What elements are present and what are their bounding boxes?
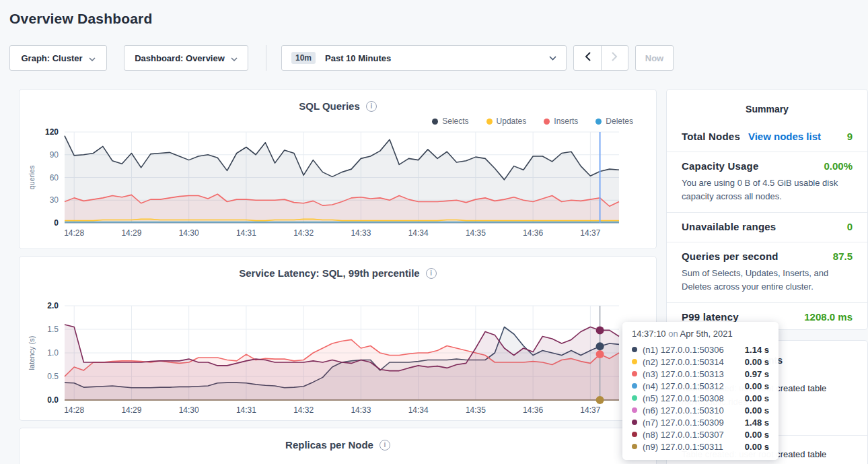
replicas-title: Replicas per Node	[285, 439, 373, 451]
y-tick-label: 90	[50, 150, 59, 160]
legend-dot-icon	[544, 119, 550, 125]
dashboard-dropdown[interactable]: Dashboard: Overview	[124, 45, 248, 71]
y-tick-label: 30	[50, 195, 59, 205]
summary-label: Total Nodes	[682, 131, 740, 142]
info-icon[interactable]: i	[426, 268, 437, 279]
legend-item: Inserts	[544, 117, 578, 125]
tooltip-node-value: 0.97 s	[745, 369, 769, 379]
node-color-dot-icon	[632, 420, 637, 425]
summary-value: 0	[847, 221, 853, 232]
node-color-dot-icon	[632, 444, 637, 449]
node-color-dot-icon	[632, 347, 637, 352]
y-tick-label: 60	[50, 173, 59, 183]
tooltip-node-label: (n9) 127.0.0.1:50311	[643, 442, 723, 452]
service-latency-chart[interactable]: 14:2814:2914:3014:3114:3214:3314:3414:35…	[20, 299, 657, 420]
x-tick-label: 14:29	[121, 228, 141, 238]
tooltip-node-row: (n2) 127.0.0.1:503140.00 s	[632, 356, 769, 368]
tooltip-node-row: (n9) 127.0.0.1:503110.00 s	[632, 440, 769, 453]
time-range-label: Past 10 Minutes	[325, 53, 391, 63]
x-tick-label: 14:33	[351, 405, 371, 415]
summary-value: 0.00%	[824, 160, 853, 172]
x-tick-label: 14:30	[179, 405, 199, 415]
x-tick-label: 14:31	[236, 405, 256, 415]
tooltip-node-value: 0.00 s	[745, 430, 769, 440]
legend-dot-icon	[595, 119, 602, 125]
tooltip-node-label: (n3) 127.0.0.1:50313	[643, 369, 724, 379]
info-icon[interactable]: i	[379, 440, 390, 451]
now-button[interactable]: Now	[635, 45, 674, 71]
charts-column: SQL Queries i SelectsUpdatesInsertsDelet…	[19, 89, 657, 464]
tooltip-node-row: (n3) 127.0.0.1:503130.97 s	[632, 368, 769, 380]
y-tick-label: 120	[45, 127, 59, 137]
y-tick-label: 2.0	[47, 301, 59, 310]
tooltip-node-row: (n6) 127.0.0.1:503100.00 s	[632, 404, 769, 416]
tooltip-node-row: (n4) 127.0.0.1:503120.00 s	[632, 380, 769, 392]
summary-section: Capacity Usage0.00%You are using 0 B of …	[667, 152, 867, 212]
y-tick-label: 0	[54, 218, 59, 228]
sql-queries-chart[interactable]: 14:2814:2914:3014:3114:3214:3314:3414:35…	[20, 127, 657, 242]
tooltip-node-value: 1.48 s	[745, 418, 769, 428]
service-latency-title: Service Latency: SQL, 99th percentile	[239, 267, 419, 279]
node-color-dot-icon	[632, 383, 637, 389]
chevron-right-icon	[612, 52, 618, 64]
sql-queries-panel: SQL Queries i SelectsUpdatesInsertsDelet…	[19, 89, 657, 249]
tooltip-node-label: (n4) 127.0.0.1:50312	[643, 381, 724, 391]
summary-label: P99 latency	[682, 311, 739, 323]
legend-item: Selects	[432, 117, 468, 125]
node-color-dot-icon	[632, 407, 637, 413]
graph-dropdown[interactable]: Graph: Cluster	[9, 45, 107, 71]
summary-section: Unavailable ranges0	[667, 212, 867, 242]
node-color-dot-icon	[632, 432, 637, 437]
summary-description: Sum of Selects, Updates, Inserts, and De…	[682, 267, 853, 293]
sql-queries-title: SQL Queries	[299, 100, 360, 112]
x-tick-label: 14:31	[236, 228, 256, 238]
x-tick-label: 14:34	[408, 228, 429, 238]
node-color-dot-icon	[632, 359, 637, 364]
summary-value: 87.5	[833, 251, 853, 262]
y-axis-label: queries	[28, 165, 36, 190]
tooltip-node-value: 1.14 s	[745, 345, 769, 355]
summary-label: Queries per second	[682, 251, 779, 262]
summary-value: 1208.0 ms	[804, 311, 853, 323]
legend-label: Inserts	[554, 117, 578, 126]
x-tick-label: 14:32	[293, 405, 314, 415]
chevron-down-icon	[549, 56, 556, 61]
y-tick-label: 0.0	[47, 395, 59, 405]
info-icon[interactable]: i	[366, 101, 377, 112]
tooltip-node-label: (n8) 127.0.0.1:50307	[643, 430, 724, 440]
chevron-down-icon	[89, 53, 96, 63]
prev-time-button[interactable]	[574, 46, 601, 70]
x-tick-label: 14:30	[179, 228, 199, 238]
summary-description: You are using 0 B of 4.5 GiB usable disk…	[682, 176, 853, 203]
tooltip-node-label: (n6) 127.0.0.1:50310	[643, 405, 724, 416]
node-color-dot-icon	[632, 395, 637, 401]
next-time-button[interactable]	[601, 46, 628, 70]
summary-title: Summary	[667, 90, 867, 123]
tooltip-node-label: (n7) 127.0.0.1:50309	[643, 418, 724, 428]
tooltip-timestamp: 14:37:10 on Apr 5th, 2021	[632, 329, 769, 339]
summary-section: Total NodesView nodes list9	[667, 123, 867, 152]
time-range-picker[interactable]: 10m Past 10 Minutes	[281, 45, 567, 71]
legend-label: Deletes	[606, 117, 633, 126]
time-range-badge: 10m	[291, 52, 316, 64]
time-step-buttons	[573, 45, 628, 71]
tooltip-node-row: (n5) 127.0.0.1:503080.00 s	[632, 392, 769, 404]
tooltip-node-label: (n2) 127.0.0.1:50314	[643, 357, 724, 367]
y-tick-label: 0.5	[47, 372, 59, 381]
highlight-dot	[596, 396, 604, 404]
tooltip-node-label: (n5) 127.0.0.1:50308	[643, 393, 724, 403]
legend-dot-icon	[486, 119, 493, 125]
legend-item: Deletes	[595, 117, 633, 125]
view-nodes-list-link[interactable]: View nodes list	[748, 131, 821, 142]
x-tick-label: 14:35	[466, 228, 486, 238]
legend-label: Selects	[442, 117, 468, 126]
summary-label: Capacity Usage	[682, 160, 759, 172]
replicas-panel: Replicas per Node i	[19, 428, 657, 464]
y-tick-label: 1.5	[47, 325, 59, 334]
x-tick-label: 14:36	[523, 228, 543, 238]
chart-legend: SelectsUpdatesInsertsDeletes	[20, 112, 656, 125]
dashboard-dropdown-label: Dashboard: Overview	[135, 53, 225, 63]
x-tick-label: 14:33	[351, 228, 371, 238]
graph-dropdown-label: Graph: Cluster	[21, 53, 82, 63]
service-latency-panel: Service Latency: SQL, 99th percentile i …	[19, 256, 657, 421]
